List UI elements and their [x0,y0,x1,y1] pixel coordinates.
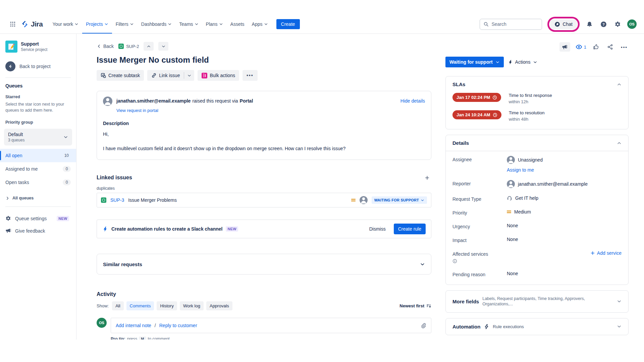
linked-issue-status-dropdown[interactable]: WAITING FOR SUPPORT [372,196,427,204]
queues-heading: Queues [0,83,76,95]
app-switcher-icon[interactable] [7,19,18,29]
search-input[interactable] [491,21,532,27]
sidebar-item-open-tasks[interactable]: Open tasks 0 [0,176,76,189]
jira-logo[interactable]: Jira [21,20,43,28]
next-issue-button[interactable] [158,42,168,51]
priority-value[interactable]: Medium [514,209,531,215]
settings-gear-icon[interactable] [613,20,622,28]
help-icon[interactable] [599,20,608,28]
chevron-down-icon [104,22,108,26]
starred-heading: Starred [0,95,76,101]
feedback-megaphone-icon[interactable] [559,42,570,52]
chevron-down-icon [195,22,199,26]
create-rule-button[interactable]: Create rule [394,224,426,234]
add-internal-note-link[interactable]: Add internal note [116,323,151,328]
field-impact: Impact None [452,237,622,243]
automation-banner-text: Create automation rules to create a Slac… [111,226,222,232]
more-options-icon[interactable]: ••• [620,43,629,51]
details-header[interactable]: Details [446,135,628,151]
previous-issue-button[interactable] [144,42,154,51]
create-subtask-button[interactable]: Create subtask [97,70,144,81]
like-thumbs-up-icon[interactable] [592,43,600,51]
nav-apps[interactable]: Apps [248,15,272,34]
watch-count: 1 [584,45,586,50]
filter-history[interactable]: History [157,301,177,310]
nav-dashboards[interactable]: Dashboards [138,15,176,34]
automation-summary: Rule executions [493,324,613,329]
view-request-in-portal-link[interactable]: View request in portal [116,108,158,113]
person-icon [507,156,515,164]
linked-issues-section: Linked issues duplicates SUP-3 Issue Mer… [97,173,431,207]
watchers-button[interactable]: 1 [576,44,586,50]
attachment-paperclip-icon[interactable] [421,323,426,328]
divider [5,77,71,78]
back-link[interactable]: Back [97,44,114,49]
add-linked-issue-button[interactable] [423,173,431,182]
reply-to-customer-link[interactable]: Reply to customer [159,323,197,328]
nav-plans[interactable]: Plans [202,15,227,34]
linked-issue-row[interactable]: SUP-3 Issue Merger Problems WAITING FOR … [97,193,431,207]
reporter-value[interactable]: janathan.smither@email.example [518,181,588,187]
status-controls: Waiting for support Actions [445,57,629,67]
chevron-up-icon [617,141,622,145]
activity-heading: Activity [97,291,431,297]
notifications-bell-icon[interactable] [585,20,594,28]
nav-your-work[interactable]: Your work [49,15,82,34]
add-service-link[interactable]: Add service [590,250,622,256]
give-feedback[interactable]: Give feedback [0,225,76,237]
all-queues-toggle[interactable]: All queues [0,189,76,206]
show-label: Show: [97,303,109,308]
pending-reason-value[interactable]: None [507,271,622,276]
impact-value[interactable]: None [507,237,622,242]
nav-assets[interactable]: Assets [227,15,248,34]
link-issue-button[interactable]: Link issue [147,70,184,81]
hide-details-link[interactable]: Hide details [400,97,425,104]
sla-due-badge[interactable]: Jan 17 02:24 PM [452,93,501,102]
more-fields-header[interactable]: More fields Labels, Request participants… [446,291,628,312]
slas-header[interactable]: SLAs [446,76,628,92]
sidebar-item-all-open[interactable]: All open 10 [0,149,76,162]
comment-composer[interactable]: Add internal note / Reply to customer [111,318,431,333]
person-icon [507,180,515,188]
queue-settings[interactable]: Queue settings NEW [0,212,76,225]
reporter-avatar [507,180,515,188]
automation-banner: Create automation rules to create a Slac… [97,220,431,238]
chat-icon [554,21,560,27]
link-issue-dropdown[interactable] [184,70,194,81]
filter-approvals[interactable]: Approvals [206,301,232,310]
more-actions-button[interactable]: ••• [243,70,258,81]
nav-projects[interactable]: Projects [82,15,112,34]
bulk-actions-button[interactable]: Bulk actions [198,70,239,81]
nav-filters[interactable]: Filters [112,15,138,34]
search-box[interactable] [480,19,542,30]
queue-group-selector[interactable]: Default 3 queues [4,129,72,145]
assign-to-me-link[interactable]: Assign to me [507,167,534,173]
breadcrumb: Back SUP-2 [97,42,431,51]
issue-key-link[interactable]: SUP-2 [118,44,139,49]
request-type-value[interactable]: Get IT help [515,195,538,201]
filter-comments[interactable]: Comments [126,301,154,310]
share-icon[interactable] [606,43,614,51]
nav-teams[interactable]: Teams [175,15,202,34]
sidebar-item-assigned-to-me[interactable]: Assigned to me 0 [0,162,76,176]
back-to-project[interactable]: Back to project [0,60,76,77]
user-avatar[interactable]: OS [627,19,637,29]
urgency-value[interactable]: None [507,223,622,228]
status-dropdown[interactable]: Waiting for support [445,57,504,67]
assignee-value[interactable]: Unassigned [518,157,543,163]
sla-due-badge[interactable]: Jan 24 10:24 AM [452,110,501,119]
filter-work-log[interactable]: Work log [180,301,204,310]
field-assignee: Assignee Unassigned Assign to me [452,156,622,173]
project-type: Service project [21,47,47,52]
linked-issue-key[interactable]: SUP-3 [110,197,124,203]
filter-all[interactable]: All [112,301,123,310]
details-card: Details Assignee Unassigned Assig [445,135,629,285]
dismiss-button[interactable]: Dismiss [369,226,386,232]
automation-header[interactable]: Automation Rule executions [446,318,628,335]
subtask-icon [101,73,106,78]
actions-dropdown[interactable]: Actions [508,59,537,65]
chat-button[interactable]: Chat [550,19,577,29]
sort-order-button[interactable]: Newest first [399,303,431,308]
similar-requests-panel[interactable]: Similar requests [97,254,431,275]
create-button[interactable]: Create [276,19,300,29]
